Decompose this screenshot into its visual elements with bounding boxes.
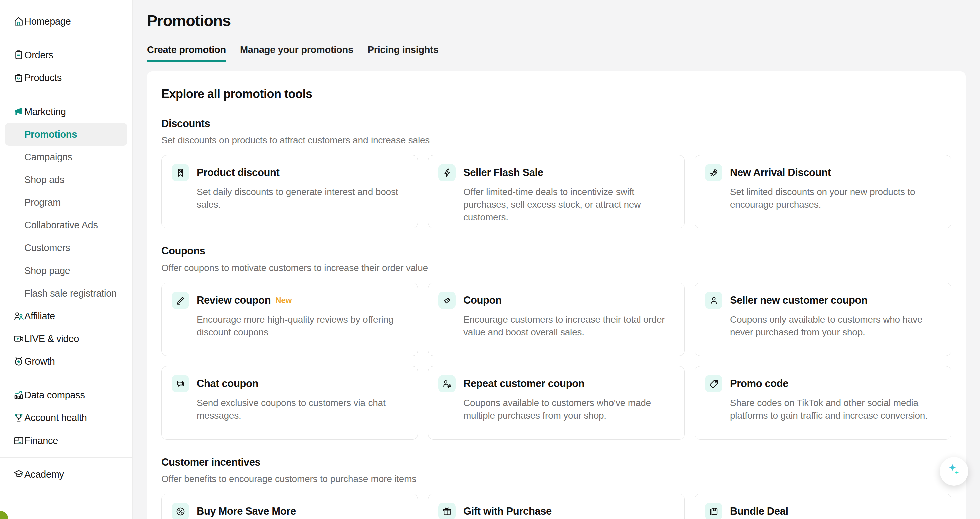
- card-new-arrival-discount[interactable]: New Arrival Discount Set limited discoun…: [695, 155, 951, 228]
- sidebar-item-data-compass[interactable]: Data compass: [0, 384, 132, 406]
- sidebar-item-label: Program: [24, 197, 61, 208]
- card-title: Buy More Save More: [197, 505, 296, 517]
- sidebar-divider: [0, 457, 132, 458]
- chat-coupon-icon: [172, 375, 189, 393]
- sidebar-divider: [0, 378, 132, 378]
- card-description: Send exclusive coupons to customers via …: [197, 397, 407, 422]
- sidebar-item-label: Homepage: [24, 16, 71, 27]
- sidebar-item-marketing[interactable]: Marketing: [0, 100, 132, 123]
- data-compass-icon: [13, 390, 24, 401]
- card-repeat-customer-coupon[interactable]: Repeat customer coupon Coupons available…: [428, 366, 685, 439]
- promotion-tools-panel: Explore all promotion tools Discounts Se…: [147, 72, 966, 519]
- sidebar-item-label: Flash sale registration: [24, 288, 117, 299]
- card-review-coupon[interactable]: Review coupon New Encourage more high-qu…: [161, 283, 418, 356]
- card-title: Chat coupon: [197, 378, 258, 390]
- sidebar-item-label: Customers: [24, 243, 70, 254]
- sidebar-item-label: Orders: [24, 50, 53, 61]
- card-description: Offer limited-time deals to incentivize …: [463, 186, 674, 224]
- new-arrival-discount-icon: [705, 164, 722, 181]
- tab-create-promotion[interactable]: Create promotion: [147, 45, 226, 62]
- card-gift-with-purchase[interactable]: Gift with Purchase: [428, 493, 685, 519]
- section-desc-discounts: Set discounts on products to attract cus…: [161, 135, 951, 145]
- sidebar-item-label: Academy: [24, 469, 64, 480]
- product-discount-icon: [172, 164, 189, 181]
- sidebar-item-label: Products: [24, 72, 62, 83]
- tab-pricing-insights[interactable]: Pricing insights: [368, 45, 439, 62]
- growth-icon: [13, 356, 24, 367]
- account-health-icon: [13, 412, 24, 423]
- sidebar-item-promotions[interactable]: Promotions: [5, 123, 127, 145]
- section-title-coupons: Coupons: [161, 245, 951, 257]
- sidebar-item-campaigns[interactable]: Campaigns: [0, 145, 132, 168]
- card-title: Review coupon: [197, 294, 271, 306]
- main-content: Promotions Create promotion Manage your …: [132, 0, 980, 519]
- section-desc-customer-incentives: Offer benefits to encourage customers to…: [161, 474, 951, 484]
- sidebar-item-live-video[interactable]: LIVE & video: [0, 327, 132, 350]
- affiliate-icon: [13, 310, 24, 322]
- sidebar-item-label: Growth: [24, 356, 55, 367]
- sidebar-item-academy[interactable]: Academy: [0, 463, 132, 485]
- card-title: Promo code: [730, 378, 788, 390]
- sidebar-item-affiliate[interactable]: Affiliate: [0, 305, 132, 327]
- sidebar-item-growth[interactable]: Growth: [0, 350, 132, 373]
- card-title: New Arrival Discount: [730, 167, 831, 179]
- sidebar-item-label: Shop ads: [24, 174, 64, 185]
- sidebar: Homepage Orders Products: [0, 0, 132, 519]
- ai-assistant-button[interactable]: [940, 457, 968, 485]
- card-title: Repeat customer coupon: [463, 378, 584, 390]
- card-description: Set limited discounts on your new produc…: [730, 186, 941, 211]
- products-icon: [13, 72, 24, 83]
- card-seller-flash-sale[interactable]: Seller Flash Sale Offer limited-time dea…: [428, 155, 685, 228]
- card-title: Seller Flash Sale: [463, 167, 543, 179]
- sidebar-item-label: Collaborative Ads: [24, 220, 98, 231]
- section-title-customer-incentives: Customer incentives: [161, 456, 951, 468]
- seller-new-customer-coupon-icon: [705, 292, 722, 309]
- sidebar-item-label: Affiliate: [24, 311, 55, 322]
- card-description: Set daily discounts to generate interest…: [197, 186, 407, 211]
- sidebar-item-shop-ads[interactable]: Shop ads: [0, 168, 132, 191]
- bundle-deal-icon: [705, 503, 722, 519]
- sidebar-item-account-health[interactable]: Account health: [0, 406, 132, 429]
- sidebar-item-finance[interactable]: Finance: [0, 429, 132, 452]
- sidebar-item-homepage[interactable]: Homepage: [0, 10, 132, 33]
- sidebar-item-program[interactable]: Program: [0, 191, 132, 214]
- sidebar-item-customers[interactable]: Customers: [0, 236, 132, 259]
- sidebar-divider: [0, 38, 132, 38]
- promo-code-icon: [705, 375, 722, 393]
- card-title: Coupon: [463, 294, 502, 306]
- discounts-card-grid: Product discount Set daily discounts to …: [161, 155, 951, 228]
- orders-icon: [13, 50, 24, 61]
- card-seller-new-customer-coupon[interactable]: Seller new customer coupon Coupons only …: [695, 283, 951, 356]
- live-video-icon: [13, 333, 24, 344]
- sidebar-item-orders[interactable]: Orders: [0, 44, 132, 67]
- sidebar-divider: [0, 94, 132, 95]
- section-desc-coupons: Offer coupons to motivate customers to i…: [161, 262, 951, 273]
- card-product-discount[interactable]: Product discount Set daily discounts to …: [161, 155, 418, 228]
- sidebar-item-label: Data compass: [24, 390, 85, 401]
- panel-heading: Explore all promotion tools: [161, 87, 951, 101]
- sidebar-item-flash-sale-registration[interactable]: Flash sale registration: [0, 282, 132, 305]
- card-title: Seller new customer coupon: [730, 294, 867, 306]
- card-coupon[interactable]: Coupon Encourage customers to increase t…: [428, 283, 685, 356]
- home-icon: [13, 16, 24, 27]
- page-title: Promotions: [147, 11, 966, 30]
- sidebar-item-shop-page[interactable]: Shop page: [0, 259, 132, 282]
- ai-sparkle-icon: [946, 463, 962, 479]
- card-description: Coupons available to customers who've ma…: [463, 397, 674, 422]
- academy-icon: [13, 469, 24, 480]
- card-promo-code[interactable]: Promo code Share codes on TikTok and oth…: [695, 366, 951, 439]
- section-title-discounts: Discounts: [161, 118, 951, 129]
- sidebar-item-products[interactable]: Products: [0, 67, 132, 89]
- card-bundle-deal[interactable]: Bundle Deal: [695, 493, 951, 519]
- card-chat-coupon[interactable]: Chat coupon Send exclusive coupons to cu…: [161, 366, 418, 439]
- sidebar-item-label: Finance: [24, 435, 58, 446]
- tab-manage-your-promotions[interactable]: Manage your promotions: [240, 45, 353, 62]
- coupon-icon: [438, 292, 456, 309]
- sidebar-item-label: Shop page: [24, 265, 70, 276]
- card-buy-more-save-more[interactable]: Buy More Save More: [161, 493, 418, 519]
- flash-sale-icon: [438, 164, 456, 181]
- marketing-icon: [13, 106, 24, 117]
- sidebar-item-collaborative-ads[interactable]: Collaborative Ads: [0, 214, 132, 236]
- gift-with-purchase-icon: [438, 503, 456, 519]
- card-title: Bundle Deal: [730, 505, 788, 517]
